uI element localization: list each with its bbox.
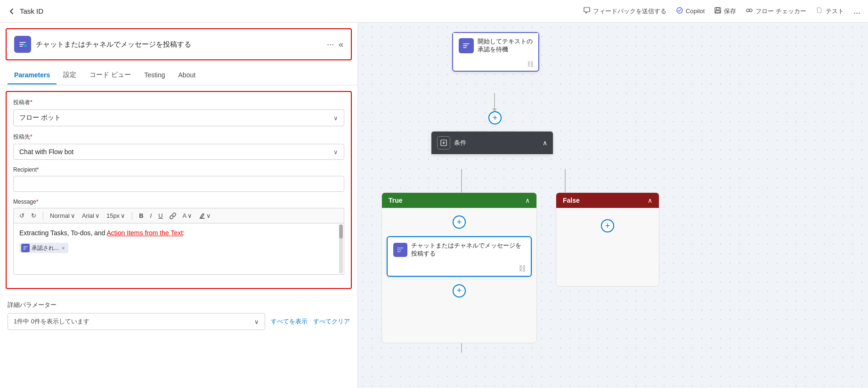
false-branch-label: False [563,197,580,204]
checker-label: フロー チェッカー [755,7,806,16]
font-style-button[interactable]: Normal ∨ [48,211,77,220]
copilot-button[interactable]: Copilot [676,7,705,16]
form-area: 投稿者* フロー ボット ∨ 投稿先* Chat with Flow bot ∨ [6,91,352,289]
add-before-condition-button[interactable]: + [488,111,502,124]
copilot-label: Copilot [686,8,705,15]
true-add-button-bottom[interactable]: + [453,284,466,297]
font-color-button[interactable]: A ∨ [181,211,195,220]
condition-node: 条件 ∧ [431,131,553,155]
advanced-section: 詳細パラメーター 1件中 0件を表示しています ∨ すべてを表示 すべてクリア [0,295,357,336]
start-node-icon [459,38,474,53]
save-button[interactable]: 保存 [714,7,736,16]
link-button[interactable] [168,212,178,220]
approval-tag[interactable]: 承認され... × [19,243,68,253]
false-add-button[interactable]: + [601,219,614,232]
advanced-row: 1件中 0件を表示しています ∨ すべてを表示 すべてクリア [8,313,350,330]
topbar-left: Task ID [8,7,43,16]
advanced-select[interactable]: 1件中 0件を表示しています ∨ [8,313,265,330]
poster-select[interactable]: フロー ボット ∨ [13,109,344,126]
tab-settings[interactable]: 設定 [57,66,83,85]
copilot-icon [676,7,683,16]
toolbar-divider-1 [43,212,43,220]
editor-scrollbar-thumb [339,224,343,239]
toolbar-divider-2 [132,212,132,220]
back-button[interactable] [8,7,16,16]
message-required: * [36,198,39,205]
recipient-field-group: Recipient* [13,166,344,192]
page-title: Task ID [20,7,43,15]
svg-point-7 [24,44,27,47]
post-to-label: 投稿先* [13,133,344,141]
bold-button[interactable]: B [137,211,145,220]
highlight-button[interactable]: ∨ [197,211,213,220]
true-branch: True ∧ + チャットまたはチャネルでメッセージを [381,192,537,343]
font-size-button[interactable]: 15px ∨ [105,211,127,220]
message-editor[interactable]: Extracting Tasks, To-dos, and Action Ite… [13,223,344,275]
font-style-chevron-icon: ∨ [71,212,75,219]
feedback-button[interactable]: フィードバックを送信する [583,7,666,16]
false-branch: False ∧ + [556,192,659,287]
font-size-chevron-icon: ∨ [121,212,125,219]
save-icon [714,7,722,16]
underline-button[interactable]: U [156,211,164,220]
poster-field-group: 投稿者* フロー ボット ∨ [13,99,344,126]
inner-action-node: チャットまたはチャネルでメッセージを投稿する ⛓ [387,236,532,277]
advanced-select-value: 1件中 0件を表示しています [14,317,89,326]
false-branch-collapse-button[interactable]: ∧ [648,197,652,204]
topbar-right: フィードバックを送信する Copilot 保存 フロー チェッカー テスト [583,6,860,16]
tab-about[interactable]: About [172,66,203,84]
font-color-label: A [183,212,187,219]
true-branch-collapse-button[interactable]: ∧ [525,197,530,204]
poster-required: * [30,99,32,106]
main-layout: チャットまたはチャネルでメッセージを投稿する ··· « Parameters … [0,23,868,388]
inner-node-icon [393,243,407,257]
clear-all-link[interactable]: すべてクリア [313,317,350,326]
flow-canvas-area: + 開始してテキストの承認を待機 ⛓ [358,23,868,388]
tab-parameters[interactable]: Parameters [8,66,57,84]
highlight-chevron-icon: ∨ [206,212,211,219]
svg-rect-1 [715,8,721,13]
undo-button[interactable]: ↺ [17,211,26,220]
message-label: Message* [13,198,344,205]
inner-node-footer: ⛓ [388,263,531,276]
italic-button[interactable]: I [148,211,154,220]
tab-codeview[interactable]: コード ビュー [83,66,138,85]
condition-collapse-button[interactable]: ∧ [543,139,547,147]
feedback-label: フィードバックを送信する [593,7,666,16]
tab-testing[interactable]: Testing [138,66,171,84]
editor-scrollbar[interactable] [339,224,343,273]
action-more-button[interactable]: ··· [327,40,334,50]
true-add-button-top[interactable]: + [453,215,466,229]
start-node-header: 開始してテキストの承認を待機 [453,33,538,58]
font-size-label: 15px [106,212,120,219]
tag-row: 承認され... × [19,241,338,253]
tag-label: 承認され... [32,244,59,252]
recipient-label: Recipient* [13,166,344,173]
inner-node-title: チャットまたはチャネルでメッセージを投稿する [411,242,525,258]
tab-bar: Parameters 設定 コード ビュー Testing About [0,66,357,85]
tag-close-button[interactable]: × [62,245,65,251]
true-add-bottom: + [382,277,536,305]
poster-label: 投稿者* [13,99,344,107]
condition-node-title: 条件 [454,139,466,147]
topbar: Task ID フィードバックを送信する Copilot 保存 フロー チェッカ… [0,0,868,23]
condition-node-header: 条件 ∧ [431,132,553,154]
save-label: 保存 [724,7,736,16]
checker-button[interactable]: フロー チェッカー [746,7,806,16]
font-family-label: Arial [82,212,94,219]
start-node-link-icon: ⛓ [527,60,534,68]
post-to-select[interactable]: Chat with Flow bot ∨ [13,144,344,160]
redo-button[interactable]: ↻ [29,211,38,220]
collapse-button[interactable]: « [339,40,343,50]
checker-icon [746,7,753,16]
true-branch-label: True [389,197,403,204]
test-button[interactable]: テスト [816,7,844,16]
false-add-circle: + [556,208,659,244]
more-button[interactable]: ... [853,6,860,16]
test-icon [816,7,823,16]
recipient-input[interactable] [13,176,344,192]
start-node: 開始してテキストの承認を待機 ⛓ [452,32,539,72]
show-all-link[interactable]: すべてを表示 [271,317,308,326]
test-label: テスト [826,7,844,16]
font-family-button[interactable]: Arial ∨ [80,211,102,220]
